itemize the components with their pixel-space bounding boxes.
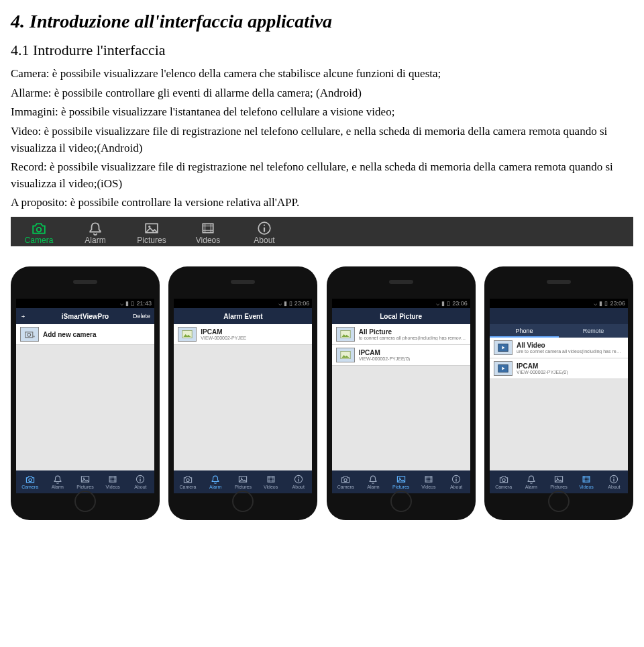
paragraph-immagini: Immagini: è possibile visualizzare l'ist… [11, 104, 633, 121]
signal-icon: ▮ [125, 300, 129, 307]
bottomnav-label: Videos [580, 485, 594, 489]
bottomnav-item-videos[interactable]: Videos [415, 470, 442, 493]
toolbar-item-pictures[interactable]: Pictures [123, 221, 180, 245]
phone-mockup-2: ⌵▮▯23:06Alarm EventIPCAMVIEW-000002-PYJE… [168, 266, 317, 520]
bottomnav-item-camera[interactable]: Camera [16, 470, 44, 493]
bottomnav-item-pictures[interactable]: Pictures [387, 470, 415, 493]
paragraph-about: A proposito: è possibile controllare la … [11, 195, 633, 211]
bottomnav-label: About [608, 485, 620, 489]
bottomnav-item-camera[interactable]: Camera [332, 470, 360, 493]
appbar-right[interactable]: Delete [127, 313, 150, 319]
camera-icon [25, 475, 35, 484]
signal-icon: ▮ [284, 300, 287, 307]
bottomnav-item-about[interactable]: About [600, 470, 628, 493]
toolbar-item-videos[interactable]: Videos [180, 221, 236, 245]
bottomnav-item-alarm[interactable]: Alarm [202, 470, 229, 493]
signal-icon: ▮ [599, 300, 602, 307]
list-item[interactable]: All Pictureto connet camera all phones(i… [332, 324, 470, 345]
list-item-subtitle: VIEW-000002-PYJEE(0) [359, 356, 466, 361]
info-icon [451, 475, 461, 484]
toolbar-item-camera[interactable]: Camera [11, 221, 67, 245]
toolbar-item-label: Pictures [123, 236, 180, 245]
bottomnav-label: Camera [179, 485, 196, 489]
list-item[interactable]: IPCAMVIEW-000002-PYJEE(0) [490, 358, 628, 379]
bottomnav-item-alarm[interactable]: Alarm [517, 470, 545, 493]
film-icon [108, 475, 117, 484]
bottomnav-item-pictures[interactable]: Pictures [71, 470, 99, 493]
info-icon [236, 221, 292, 236]
bottomnav-label: Videos [264, 485, 278, 489]
wifi-icon: ⌵ [436, 300, 439, 307]
status-bar: ⌵▮▯23:06 [490, 299, 628, 308]
image-icon [80, 475, 90, 484]
section-heading: 4. Introduzione all'interfaccia applicat… [11, 11, 633, 32]
content-area: IPCAMVIEW-000002-PYJEE [174, 324, 312, 470]
bottomnav-item-alarm[interactable]: Alarm [44, 470, 71, 493]
bottomnav-item-videos[interactable]: Videos [573, 470, 600, 493]
info-icon [136, 475, 145, 484]
bottomnav-item-videos[interactable]: Videos [99, 470, 127, 493]
bottomnav-label: Videos [421, 485, 435, 489]
film-icon [424, 475, 433, 484]
list-item[interactable]: All Videoure to connet camera all videos… [490, 338, 628, 358]
tab-remote[interactable]: Remote [559, 324, 628, 338]
bottomnav-item-camera[interactable]: Camera [174, 470, 201, 493]
list-item-title: Add new camera [43, 331, 150, 338]
phone-screen: ⌵▮▯23:06Alarm EventIPCAMVIEW-000002-PYJE… [174, 299, 312, 493]
bottom-nav: CameraAlarmPicturesVideosAbout [332, 470, 470, 493]
appbar-title: Alarm Event [201, 313, 285, 320]
bottomnav-item-pictures[interactable]: Pictures [229, 470, 257, 493]
camera-icon [341, 475, 350, 484]
list-item-thumb [20, 327, 39, 342]
film-icon [266, 475, 276, 484]
bottomnav-label: About [134, 485, 146, 489]
battery-icon: ▯ [289, 300, 292, 307]
content-area: All Videoure to connet camera all videos… [490, 338, 628, 470]
toolbar-item-about[interactable]: About [236, 221, 292, 245]
list-item[interactable]: IPCAMVIEW-000002-PYJEE(0) [332, 345, 470, 366]
appbar-left[interactable]: ＋ [20, 312, 43, 321]
bottomnav-item-camera[interactable]: Camera [490, 470, 517, 493]
toolbar-item-label: Camera [11, 236, 67, 245]
image-icon [396, 475, 406, 484]
bottomnav-label: Alarm [525, 485, 537, 489]
appbar-title: iSmartViewPro [43, 313, 127, 320]
list-item-title: All Video [517, 342, 624, 349]
list-item-title: IPCAM [359, 349, 466, 356]
paragraph-allarme: Allarme: è possibile controllare gli eve… [11, 85, 633, 102]
signal-icon: ▮ [441, 300, 445, 307]
wifi-icon: ⌵ [594, 300, 597, 307]
bottomnav-item-videos[interactable]: Videos [257, 470, 284, 493]
camera-icon [183, 475, 193, 484]
bottomnav-item-about[interactable]: About [127, 470, 154, 493]
tab-phone[interactable]: Phone [490, 324, 559, 338]
app-bar: ＋iSmartViewProDelete [16, 308, 154, 324]
status-time: 23:06 [294, 300, 310, 307]
bottomnav-item-about[interactable]: About [442, 470, 470, 493]
bottomnav-label: Alarm [209, 485, 221, 489]
bottomnav-label: About [450, 485, 462, 489]
toolbar-item-alarm[interactable]: Alarm [67, 221, 123, 245]
appbar-title: Local Picture [359, 313, 443, 320]
content-area: All Pictureto connet camera all phones(i… [332, 324, 470, 470]
phone-screen: ⌵▮▯23:06Local PictureAll Pictureto conne… [332, 299, 470, 493]
list-item[interactable]: Add new camera [16, 324, 154, 345]
bell-icon [53, 475, 62, 484]
phone-screen: ⌵▮▯21:43＋iSmartViewProDeleteAdd new came… [16, 299, 154, 493]
bottomnav-label: Pictures [392, 485, 409, 489]
list-item-thumb [336, 327, 355, 342]
image-icon [123, 221, 180, 236]
phone-screenshots-row: ⌵▮▯21:43＋iSmartViewProDeleteAdd new came… [11, 266, 633, 520]
phone-mockup-4: ⌵▮▯23:06PhoneRemoteAll Videoure to conne… [484, 266, 633, 520]
bottomnav-item-alarm[interactable]: Alarm [360, 470, 387, 493]
list-item-thumb [494, 340, 513, 355]
bottomnav-label: About [292, 485, 305, 489]
bottomnav-item-pictures[interactable]: Pictures [545, 470, 572, 493]
bottomnav-item-about[interactable]: About [284, 470, 312, 493]
bottomnav-label: Pictures [76, 485, 93, 489]
bottomnav-label: Videos [106, 485, 120, 489]
list-item[interactable]: IPCAMVIEW-000002-PYJEE [174, 324, 312, 345]
bottomnav-label: Camera [21, 485, 38, 489]
bell-icon [211, 475, 220, 484]
bottom-nav: CameraAlarmPicturesVideosAbout [16, 470, 154, 493]
